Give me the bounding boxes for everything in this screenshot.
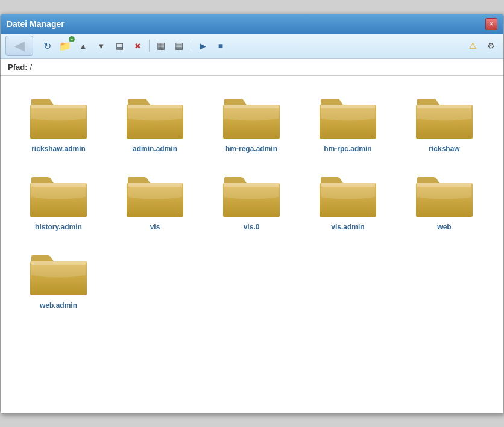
folder-item[interactable]: vis.admin [300, 164, 396, 237]
back-icon: ◀ [14, 38, 25, 54]
folder-label: history.admin [35, 223, 82, 231]
folder-icon-graphic [221, 170, 282, 219]
folder-icon-graphic [318, 170, 378, 219]
title-bar: Datei Manager × [1, 14, 503, 34]
folder-icon-graphic [414, 92, 474, 141]
upload-button[interactable]: ▲ [75, 38, 91, 54]
folder-label: admin.admin [133, 145, 177, 153]
path-label: Pfad: [8, 63, 28, 72]
folder-item[interactable]: web [396, 164, 493, 237]
folder-icon-graphic [28, 92, 89, 141]
new-badge: + [69, 36, 75, 42]
file-manager-window: Datei Manager × ◀ 📁 + ▲ ▼ ▤ ✖ [0, 14, 504, 414]
folder-icon-graphic [318, 92, 378, 141]
toolbar: ◀ 📁 + ▲ ▼ ▤ ✖ ▦ ▤ [1, 34, 503, 59]
folder-label: vis.admin [331, 223, 364, 231]
folder-icon-graphic [414, 170, 474, 219]
file-area: rickshaw.adminadmin.adminhm-rega.adminhm… [1, 76, 503, 413]
gear-icon: ⚙ [487, 41, 495, 51]
folder-label: rickshaw [429, 145, 459, 153]
folder-item[interactable]: vis [107, 164, 203, 237]
folder-item[interactable]: web.admin [10, 242, 107, 316]
folder-icon: 📁 [59, 40, 71, 52]
upload-icon: ▲ [80, 42, 87, 51]
separator-2 [191, 40, 191, 52]
play-button[interactable]: ▶ [195, 38, 210, 54]
folder-item[interactable]: vis.0 [203, 164, 300, 237]
folder-icon-graphic [28, 248, 89, 298]
folder-item[interactable]: history.admin [10, 164, 107, 237]
path-value: / [30, 63, 33, 72]
new-folder-button[interactable]: 📁 + [57, 38, 73, 54]
path-bar: Pfad: / [1, 59, 503, 76]
folder-label: vis [150, 223, 160, 231]
folder-icon-graphic [28, 170, 89, 219]
folder-label: hm-rpc.admin [324, 145, 371, 153]
detail-view-button[interactable]: ▤ [171, 38, 187, 54]
folder-item[interactable]: hm-rpc.admin [300, 86, 396, 159]
back-button[interactable]: ◀ [5, 36, 33, 56]
close-button[interactable]: × [485, 18, 497, 30]
delete-button[interactable]: ✖ [130, 38, 145, 54]
folder-item[interactable]: admin.admin [107, 86, 203, 159]
download-button[interactable]: ▼ [93, 38, 109, 54]
folder-label: rickshaw.admin [31, 145, 86, 153]
alert-icon: ⚠ [469, 41, 477, 51]
folder-item[interactable]: rickshaw.admin [10, 86, 107, 159]
folder-label: vis.0 [244, 223, 260, 231]
detail-view-icon: ▤ [175, 40, 183, 51]
delete-icon: ✖ [134, 42, 141, 51]
settings-button[interactable]: ⚙ [483, 38, 499, 54]
refresh-button[interactable] [39, 38, 55, 54]
separator-1 [149, 40, 150, 52]
toolbar-right: ⚠ ⚙ [465, 38, 499, 54]
folder-icon-graphic [125, 92, 185, 141]
view-list-button[interactable]: ▤ [112, 38, 127, 54]
folder-item[interactable]: hm-rega.admin [203, 86, 300, 159]
stop-icon: ■ [218, 41, 223, 51]
grid-view-button[interactable]: ▦ [153, 38, 169, 54]
folder-label: hm-rega.admin [225, 145, 277, 153]
play-icon: ▶ [200, 41, 206, 51]
folder-icon-graphic [221, 92, 282, 141]
folder-label: web [437, 223, 451, 231]
view-list-icon: ▤ [116, 41, 124, 51]
folder-label: web.admin [40, 301, 77, 310]
refresh-icon [43, 40, 51, 52]
window-title: Datei Manager [7, 19, 65, 29]
download-icon: ▼ [98, 42, 106, 51]
folder-icon-graphic [125, 170, 185, 219]
alert-button[interactable]: ⚠ [465, 38, 480, 54]
folder-item[interactable]: rickshaw [396, 86, 493, 159]
stop-button[interactable]: ■ [213, 38, 228, 54]
grid-view-icon: ▦ [157, 40, 165, 51]
